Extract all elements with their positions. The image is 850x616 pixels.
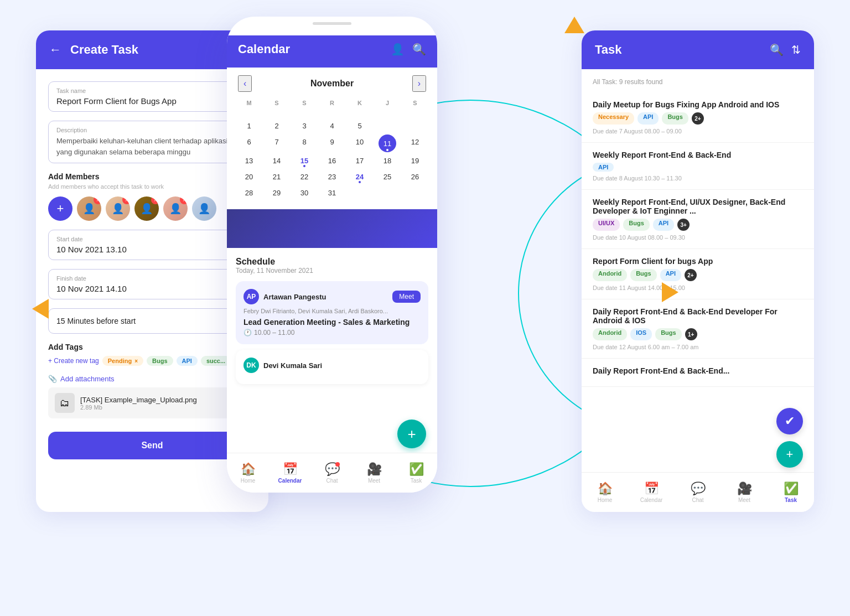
add-fab-button[interactable]: + bbox=[776, 441, 803, 468]
check-fab-button[interactable]: ✔ bbox=[776, 408, 803, 434]
cal-day-20[interactable]: 20 bbox=[236, 169, 262, 184]
cal-day-22[interactable]: 22 bbox=[291, 169, 318, 184]
cal-day-17[interactable]: 17 bbox=[346, 153, 373, 168]
task-item-1[interactable]: Daily Meetup for Bugs Fixing App Android… bbox=[582, 92, 814, 143]
remove-member-4[interactable]: × bbox=[180, 196, 188, 204]
search-icon[interactable]: 🔍 bbox=[412, 43, 426, 56]
nav-home[interactable]: 🏠 Home bbox=[227, 462, 269, 484]
cal-day-18[interactable]: 18 bbox=[374, 153, 401, 168]
cal-day-28[interactable]: 28 bbox=[236, 185, 262, 200]
rnav-meet[interactable]: 🎥 Meet bbox=[721, 482, 768, 503]
schedule-event-1[interactable]: AP Artawan Pangestu Meet Febry Dwi Fitri… bbox=[236, 281, 428, 344]
nav-calendar[interactable]: 📅 Calendar bbox=[269, 462, 311, 484]
right-fabs: ✔ + bbox=[776, 408, 803, 468]
cal-day-25[interactable]: 25 bbox=[374, 169, 401, 184]
task-title-6: Daily Report Front-End & Back-End... bbox=[593, 366, 803, 375]
rnav-home[interactable]: 🏠 Home bbox=[582, 482, 628, 503]
cal-day-15[interactable]: 15 bbox=[291, 153, 318, 168]
rnav-task[interactable]: ✅ Task bbox=[768, 482, 814, 503]
task-title-4: Report Form Client for bugs App bbox=[593, 257, 803, 266]
task-item-3[interactable]: Weekly Report Front-End, UI/UX Designer,… bbox=[582, 190, 814, 249]
cal-day-19[interactable]: 19 bbox=[402, 153, 428, 168]
add-member-button[interactable]: + bbox=[48, 196, 72, 221]
remove-member-1[interactable]: × bbox=[94, 196, 101, 204]
home-icon: 🏠 bbox=[241, 462, 256, 477]
task-due-4: Due date 11 August 14.00 – 15.00 bbox=[593, 284, 803, 291]
cal-day-3[interactable]: 3 bbox=[291, 118, 318, 133]
remove-tag-pending[interactable]: × bbox=[134, 358, 138, 364]
cal-day-11-today[interactable]: 11 bbox=[379, 134, 396, 152]
remove-member-2[interactable]: × bbox=[122, 196, 130, 204]
back-button[interactable]: ← bbox=[49, 43, 61, 57]
finish-date-label: Finish date bbox=[56, 275, 248, 282]
task-due-2: Due date 8 August 10.30 – 11.30 bbox=[593, 175, 803, 182]
start-date-value: 10 Nov 2021 13.10 bbox=[56, 245, 248, 254]
task-name-field[interactable]: Task name Report Form Client for Bugs Ap… bbox=[48, 81, 256, 112]
home-icon-r: 🏠 bbox=[598, 482, 613, 496]
chat-icon-r: 💬 bbox=[691, 482, 706, 496]
cal-day-31[interactable]: 31 bbox=[319, 185, 345, 200]
sort-icon[interactable]: ⇅ bbox=[791, 43, 801, 56]
search-icon[interactable]: 🔍 bbox=[770, 43, 784, 56]
nav-meet[interactable]: 🎥 Meet bbox=[353, 462, 395, 484]
task-title-3: Weekly Report Front-End, UI/UX Designer,… bbox=[593, 198, 803, 215]
calendar-fab-button[interactable]: + bbox=[397, 420, 426, 448]
schedule-event-2[interactable]: DK Devi Kumala Sari bbox=[236, 350, 428, 384]
tag-android-5: Andorid bbox=[593, 328, 627, 340]
task-item-2[interactable]: Weekly Report Front-End & Back-End API D… bbox=[582, 143, 814, 190]
nav-chat[interactable]: 💬 Chat bbox=[311, 462, 353, 484]
task-list-title: Task bbox=[595, 43, 622, 57]
cal-day-30[interactable]: 30 bbox=[291, 185, 318, 200]
day-header-r: R bbox=[319, 97, 345, 110]
tag-api-2: API bbox=[593, 163, 614, 172]
clock-icon: 🕐 bbox=[243, 329, 252, 337]
reminder-dropdown[interactable]: 15 Minutes before start ▼ bbox=[48, 308, 256, 334]
rnav-chat[interactable]: 💬 Chat bbox=[675, 482, 721, 503]
phone-content: Calendar 👤 🔍 ‹ November › M S S bbox=[227, 17, 437, 493]
cal-day-10[interactable]: 10 bbox=[346, 134, 373, 152]
schedule-title: Schedule bbox=[236, 257, 428, 267]
day-header-s1: S bbox=[263, 97, 290, 110]
task-title-5: Daily Report Front-End & Back-End Develo… bbox=[593, 307, 803, 325]
calendar-phone: Calendar 👤 🔍 ‹ November › M S S bbox=[227, 17, 437, 493]
start-date-field[interactable]: Start date 10 Nov 2021 13.10 bbox=[48, 230, 256, 260]
remove-member-3[interactable]: × bbox=[151, 196, 159, 204]
nav-task-label: Task bbox=[411, 478, 422, 484]
cal-day-2[interactable]: 2 bbox=[263, 118, 290, 133]
event-1-attendees: Febry Dwi Fitrianto, Devi Kumala Sari, A… bbox=[243, 308, 421, 314]
send-button[interactable]: Send bbox=[48, 432, 256, 459]
cal-day-8[interactable]: 8 bbox=[291, 134, 318, 152]
prev-month-button[interactable]: ‹ bbox=[238, 75, 252, 92]
cal-day-21[interactable]: 21 bbox=[263, 169, 290, 184]
rnav-calendar[interactable]: 📅 Calendar bbox=[628, 482, 675, 503]
description-field[interactable]: Description Memperbaiki keluhan-keluhan … bbox=[48, 121, 256, 163]
tag-more: 2+ bbox=[692, 112, 704, 125]
cal-day-6[interactable]: 6 bbox=[236, 134, 262, 152]
finish-date-field[interactable]: Finish date 10 Nov 2021 14.10 bbox=[48, 269, 256, 299]
next-month-button[interactable]: › bbox=[412, 75, 426, 92]
results-count: All Task: 9 results found bbox=[582, 78, 814, 92]
cal-day-24[interactable]: 24 bbox=[346, 169, 373, 184]
cal-day-16[interactable]: 16 bbox=[319, 153, 345, 168]
cal-day-12[interactable]: 12 bbox=[402, 134, 428, 152]
add-attachment-button[interactable]: 📎 Add attachments bbox=[48, 375, 256, 383]
cal-day-26[interactable]: 26 bbox=[402, 169, 428, 184]
phone-notch bbox=[299, 17, 365, 32]
task-item-5[interactable]: Daily Report Front-End & Back-End Develo… bbox=[582, 299, 814, 359]
cal-day-7[interactable]: 7 bbox=[263, 134, 290, 152]
cal-day-1[interactable]: 1 bbox=[236, 118, 262, 133]
contacts-icon[interactable]: 👤 bbox=[391, 43, 405, 56]
cal-day-13[interactable]: 13 bbox=[236, 153, 262, 168]
meet-button[interactable]: Meet bbox=[392, 291, 421, 303]
cal-day-4[interactable]: 4 bbox=[319, 118, 345, 133]
cal-day-14[interactable]: 14 bbox=[263, 153, 290, 168]
task-item-4[interactable]: Report Form Client for bugs App Andorid … bbox=[582, 249, 814, 299]
finish-date-value: 10 Nov 2021 14.10 bbox=[56, 284, 248, 293]
cal-day-29[interactable]: 29 bbox=[263, 185, 290, 200]
task-item-6[interactable]: Daily Report Front-End & Back-End... bbox=[582, 359, 814, 387]
cal-day-5[interactable]: 5 bbox=[346, 118, 373, 133]
nav-task[interactable]: ✅ Task bbox=[395, 462, 437, 484]
cal-day-23[interactable]: 23 bbox=[319, 169, 345, 184]
create-new-tag-button[interactable]: + Create new tag bbox=[48, 357, 99, 365]
cal-day-9[interactable]: 9 bbox=[319, 134, 345, 152]
